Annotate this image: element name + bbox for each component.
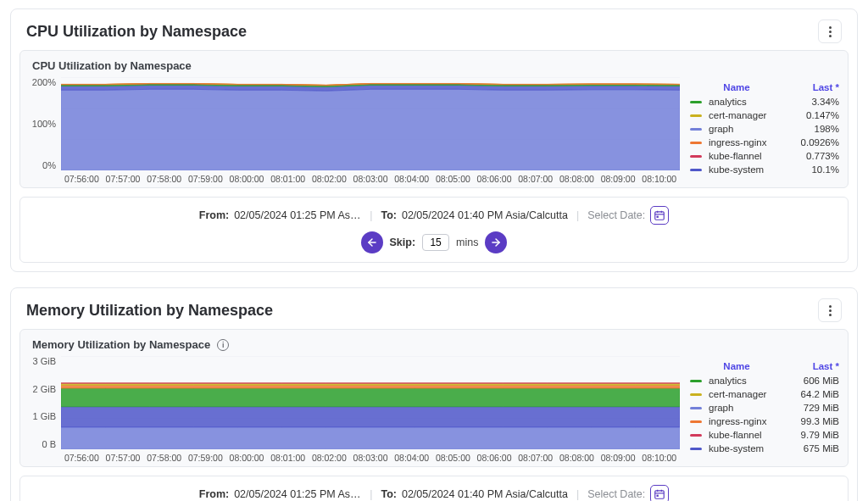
- legend-swatch: [690, 169, 702, 171]
- legend-name: ingress-nginx: [709, 137, 783, 148]
- memory-x-axis: 07:56:0007:57:0007:58:0007:59:0008:00:00…: [61, 449, 680, 463]
- x-tick: 08:05:00: [432, 174, 474, 184]
- legend-name: cert-manager: [709, 110, 783, 120]
- cpu-ytick: 100%: [32, 119, 56, 129]
- cpu-chart-card: CPU Utilization by Namespace 200% 100% 0…: [19, 50, 849, 188]
- from-label: From:: [199, 488, 229, 500]
- calendar-icon: [654, 488, 665, 500]
- calendar-button[interactable]: [650, 485, 669, 501]
- legend-row[interactable]: kube-system10.1%: [690, 163, 839, 176]
- cpu-panel: CPU Utilization by Namespace CPU Utiliza…: [10, 8, 858, 272]
- legend-row[interactable]: cert-manager0.147%: [690, 109, 839, 122]
- cpu-legend: Name Last * analytics3.34%cert-manager0.…: [687, 77, 848, 187]
- legend-value: 606 MiB: [783, 376, 839, 386]
- legend-name: graph: [709, 124, 783, 134]
- legend-swatch: [690, 434, 702, 437]
- legend-value: 9.79 MiB: [783, 430, 839, 440]
- legend-row[interactable]: ingress-nginx0.0926%: [690, 136, 839, 149]
- more-vertical-icon: [829, 304, 832, 317]
- legend-value: 0.147%: [783, 110, 839, 120]
- memory-time-controls: From: 02/05/2024 01:25 PM Asia/Calc… | T…: [19, 476, 849, 501]
- skip-back-button[interactable]: [361, 231, 383, 253]
- x-tick: 08:03:00: [350, 453, 392, 463]
- x-tick: 08:01:00: [267, 174, 309, 184]
- x-tick: 07:56:00: [61, 174, 103, 184]
- legend-swatch: [690, 407, 702, 409]
- svg-rect-19: [657, 495, 659, 497]
- legend-value: 10.1%: [783, 164, 839, 175]
- x-tick: 07:56:00: [61, 453, 103, 463]
- cpu-panel-title: CPU Utilization by Namespace: [26, 23, 247, 41]
- memory-y-axis: 3 GiB 2 GiB 1 GiB 0 B: [27, 356, 61, 449]
- memory-panel-menu-button[interactable]: [818, 298, 842, 322]
- x-tick: 08:03:00: [350, 174, 392, 184]
- calendar-button[interactable]: [650, 206, 669, 225]
- x-tick: 07:59:00: [185, 453, 226, 463]
- x-tick: 08:05:00: [432, 453, 474, 463]
- x-tick: 07:58:00: [143, 174, 185, 184]
- svg-rect-4: [655, 212, 665, 220]
- legend-swatch: [690, 101, 702, 103]
- legend-swatch: [690, 393, 702, 396]
- to-value: 02/05/2024 01:40 PM Asia/Calcutta: [402, 488, 568, 500]
- memory-plot[interactable]: 3 GiB 2 GiB 1 GiB 0 B 07:56:0007:57:0007…: [20, 356, 687, 466]
- memory-panel: Memory Utilization by Namespace Memory U…: [10, 287, 858, 501]
- legend-row[interactable]: graph198%: [690, 122, 839, 136]
- info-icon[interactable]: i: [217, 339, 229, 351]
- to-label: To:: [381, 209, 397, 221]
- skip-label: Skip:: [390, 237, 416, 248]
- cpu-x-axis: 07:56:0007:57:0007:58:0007:59:0008:00:00…: [61, 170, 680, 184]
- legend-swatch: [690, 448, 702, 450]
- legend-header-last: Last *: [783, 82, 839, 92]
- x-tick: 08:07:00: [515, 453, 556, 463]
- legend-name: kube-flannel: [709, 430, 783, 440]
- legend-row[interactable]: ingress-nginx99.3 MiB: [690, 415, 839, 428]
- calendar-icon: [654, 209, 665, 221]
- legend-name: analytics: [709, 97, 783, 107]
- legend-header-name: Name: [690, 82, 783, 92]
- x-tick: 08:10:00: [638, 453, 680, 463]
- x-tick: 08:00:00: [226, 174, 268, 184]
- legend-row[interactable]: kube-system675 MiB: [690, 442, 839, 455]
- x-tick: 08:02:00: [309, 453, 350, 463]
- memory-ytick: 1 GiB: [32, 411, 56, 421]
- legend-name: kube-system: [709, 164, 783, 175]
- x-tick: 07:59:00: [185, 174, 226, 184]
- from-value: 02/05/2024 01:25 PM Asia/Calc…: [234, 488, 361, 500]
- cpu-chart-title: CPU Utilization by Namespace: [32, 59, 192, 72]
- x-tick: 08:09:00: [598, 174, 639, 184]
- arrow-right-icon: [490, 237, 502, 248]
- legend-row[interactable]: analytics3.34%: [690, 95, 839, 109]
- from-value: 02/05/2024 01:25 PM Asia/Calc…: [234, 209, 361, 221]
- x-tick: 08:01:00: [267, 453, 309, 463]
- memory-chart-title-row: Memory Utilization by Namespace i: [20, 330, 848, 356]
- legend-row[interactable]: cert-manager64.2 MiB: [690, 387, 839, 401]
- legend-value: 198%: [783, 124, 839, 134]
- legend-header-last: Last *: [783, 361, 839, 371]
- legend-row[interactable]: graph729 MiB: [690, 401, 839, 415]
- select-date-label: Select Date:: [587, 488, 645, 500]
- legend-value: 729 MiB: [783, 403, 839, 413]
- legend-row[interactable]: kube-flannel0.773%: [690, 149, 839, 163]
- legend-name: ingress-nginx: [709, 416, 783, 426]
- x-tick: 08:02:00: [309, 174, 350, 184]
- legend-swatch: [690, 380, 702, 382]
- memory-panel-title: Memory Utilization by Namespace: [26, 302, 273, 320]
- cpu-plot[interactable]: 200% 100% 0% 07:56:0007:57:0007:58:0007:…: [20, 77, 687, 187]
- to-value: 02/05/2024 01:40 PM Asia/Calcutta: [402, 209, 568, 221]
- svg-rect-8: [657, 216, 659, 218]
- legend-row[interactable]: analytics606 MiB: [690, 374, 839, 387]
- memory-chart-card: Memory Utilization by Namespace i 3 GiB …: [19, 329, 849, 467]
- cpu-panel-menu-button[interactable]: [818, 19, 842, 43]
- skip-input[interactable]: [422, 234, 449, 251]
- cpu-ytick: 0%: [42, 160, 56, 170]
- legend-swatch: [690, 420, 702, 423]
- skip-forward-button[interactable]: [485, 231, 507, 253]
- legend-name: analytics: [709, 376, 783, 386]
- memory-plot-area: [61, 356, 680, 449]
- cpu-chart-title-row: CPU Utilization by Namespace: [20, 51, 848, 77]
- legend-value: 675 MiB: [783, 443, 839, 454]
- legend-header: Name Last *: [690, 81, 839, 95]
- legend-row[interactable]: kube-flannel9.79 MiB: [690, 428, 839, 442]
- arrow-left-icon: [366, 237, 378, 248]
